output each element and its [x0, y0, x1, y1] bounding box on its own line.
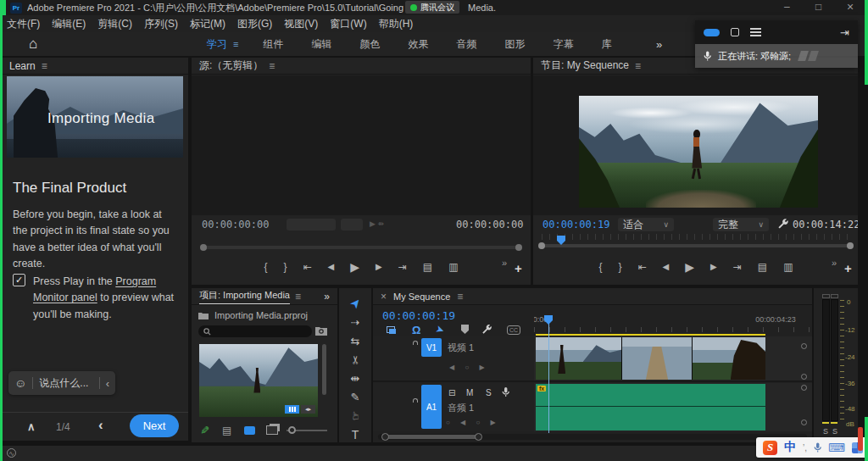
project-panel-overflow-icon[interactable]: » [324, 291, 330, 303]
home-icon[interactable]: ⌂ [29, 36, 37, 53]
track-scroll-dot-3[interactable] [801, 385, 807, 391]
add-marker-icon[interactable] [461, 325, 469, 334]
source-scrub-handle-left[interactable] [200, 244, 207, 251]
ime-punctuation-icon[interactable]: ’, [803, 443, 807, 453]
nest-toggle-icon[interactable] [387, 326, 395, 333]
timeline-timecode[interactable]: 00:00:00:19 [382, 309, 455, 322]
learn-tab[interactable]: Learn [9, 60, 36, 72]
project-scrollbar[interactable] [322, 344, 326, 395]
mark-in-icon[interactable]: { [264, 262, 267, 272]
tab-learning[interactable]: 学习 [207, 37, 227, 52]
chat-input[interactable]: 说点什么... [39, 376, 92, 391]
a1-keyframe-controls[interactable]: ○ ◀ ○ ▶ [446, 419, 500, 426]
razor-tool[interactable]: ✂ [350, 344, 361, 376]
menu-help[interactable]: 帮助(H) [379, 17, 414, 31]
scroll-top-icon[interactable]: ∧ [27, 420, 36, 433]
timeline-zoom-scrollbar[interactable] [378, 434, 807, 440]
source-tab[interactable]: 源:（无剪辑） [199, 58, 263, 73]
menu-clip[interactable]: 剪辑(C) [97, 17, 132, 31]
source-zoom-select[interactable] [287, 219, 336, 230]
timeline-settings-wrench-icon[interactable] [481, 324, 492, 335]
program-scrubber[interactable] [542, 244, 850, 247]
tab-audio[interactable]: 音频 [456, 37, 476, 52]
source-scale-select[interactable] [341, 219, 363, 230]
program-timecode[interactable]: 00:00:00:19 [542, 219, 609, 230]
captions-toggle-icon[interactable]: CC [507, 325, 520, 335]
ime-logo[interactable]: S [763, 441, 777, 455]
meeting-minimize-icon[interactable] [704, 29, 720, 36]
source-add-button-icon[interactable]: + [515, 261, 522, 275]
menu-edit[interactable]: 编辑(E) [52, 17, 86, 31]
source-scrub-handle-right[interactable] [515, 244, 522, 251]
mark-in-icon[interactable]: { [598, 262, 602, 272]
program-panel-menu-icon[interactable]: ≡ [635, 60, 641, 72]
search-bin-icon[interactable] [315, 325, 327, 336]
menu-file[interactable]: 文件(F) [7, 17, 40, 31]
track-select-tool[interactable]: ⇢ [339, 317, 371, 328]
timeline-playhead-line[interactable] [548, 320, 549, 433]
project-search-input[interactable] [198, 325, 312, 337]
track-scroll-dot-4[interactable] [801, 419, 807, 425]
go-to-out-icon[interactable]: ⇥ [733, 262, 742, 272]
share-stop-indicator[interactable] [858, 427, 863, 451]
next-button[interactable]: Next [130, 414, 179, 437]
tab-assembly[interactable]: 组件 [263, 37, 283, 52]
video-clip-3[interactable] [693, 337, 765, 380]
linked-selection-icon[interactable]: ➤ [434, 323, 446, 337]
timeline-ruler[interactable]: 00:00 00:00:04:23 00:00:09:23 00:00:14:2… [534, 308, 812, 334]
project-tab[interactable]: 项目: Importing Media [199, 289, 290, 304]
menu-window[interactable]: 窗口(W) [330, 17, 366, 31]
a1-mute-button[interactable]: M [466, 388, 473, 397]
mark-out-icon[interactable]: } [284, 262, 287, 272]
v1-track-name[interactable]: 视频 1 [448, 342, 474, 354]
track-scroll-dot-2[interactable] [801, 374, 807, 380]
program-tab[interactable]: 节目: My Sequence [541, 58, 629, 73]
video-clip-2[interactable] [622, 337, 693, 380]
source-transport-overflow-icon[interactable]: » [502, 258, 507, 268]
workspace-overflow-icon[interactable]: » [656, 38, 662, 51]
timeline-panel-menu-icon[interactable]: ≡ [457, 291, 463, 303]
lift-icon[interactable]: ▤ [758, 262, 767, 272]
minimize-button[interactable]: – [784, 1, 790, 13]
meeting-window-icon[interactable] [731, 28, 739, 36]
tab-libraries[interactable]: 库 [601, 37, 611, 52]
menu-view[interactable]: 视图(V) [284, 17, 318, 31]
program-scrub-handle-right[interactable] [847, 242, 854, 249]
meeting-expand-icon[interactable]: ⇥ [840, 26, 849, 39]
a1-target-button[interactable]: A1 [421, 385, 442, 429]
meeting-badge[interactable]: 腾讯会议 [405, 1, 459, 14]
step-forward-icon[interactable]: ▶ [710, 263, 717, 271]
ime-keyboard-icon[interactable]: ⌨ [828, 441, 845, 454]
source-panel-menu-icon[interactable]: ≡ [269, 60, 275, 72]
icon-view-icon[interactable] [244, 426, 255, 435]
step-forward-icon[interactable]: ▶ [376, 263, 382, 271]
a1-voiceover-mic-icon[interactable] [502, 387, 509, 397]
step-checkbox[interactable]: ✓ [13, 274, 25, 286]
resolution-select[interactable]: 完整 ∨ [713, 218, 769, 231]
timeline-close-icon[interactable]: × [381, 291, 387, 303]
selection-tool[interactable]: ➤ [340, 288, 370, 319]
maximize-button[interactable]: □ [815, 1, 821, 13]
freeform-view-icon[interactable] [266, 425, 278, 435]
menu-graphics[interactable]: 图形(G) [237, 17, 272, 31]
audio-clip[interactable]: fx [536, 384, 765, 430]
settings-wrench-icon[interactable] [777, 218, 789, 230]
insert-icon[interactable]: ▤ [423, 262, 432, 272]
program-playhead[interactable] [557, 236, 565, 245]
play-icon[interactable]: ▶ [685, 261, 694, 273]
v1-target-button[interactable]: V1 [421, 338, 442, 357]
ime-mode-toggle[interactable]: 中 [784, 440, 796, 455]
creative-cloud-icon[interactable]: ∿ [7, 448, 16, 458]
tab-effects[interactable]: 效果 [408, 37, 428, 52]
tab-graphics[interactable]: 图形 [504, 37, 525, 52]
a1-track-name[interactable]: 音频 1 [448, 402, 474, 414]
source-scrubber[interactable] [203, 246, 519, 249]
meter-solo-left[interactable]: S [823, 427, 828, 436]
timeline-tab[interactable]: My Sequence [393, 292, 450, 302]
go-to-in-icon[interactable]: ⇤ [638, 262, 647, 272]
menu-sequence[interactable]: 序列(S) [144, 17, 178, 31]
fit-select[interactable]: 适合 ∨ [618, 218, 674, 231]
mark-out-icon[interactable]: } [619, 262, 622, 272]
meter-solo-right[interactable]: S [832, 427, 837, 436]
meeting-menu-icon[interactable] [750, 28, 761, 36]
